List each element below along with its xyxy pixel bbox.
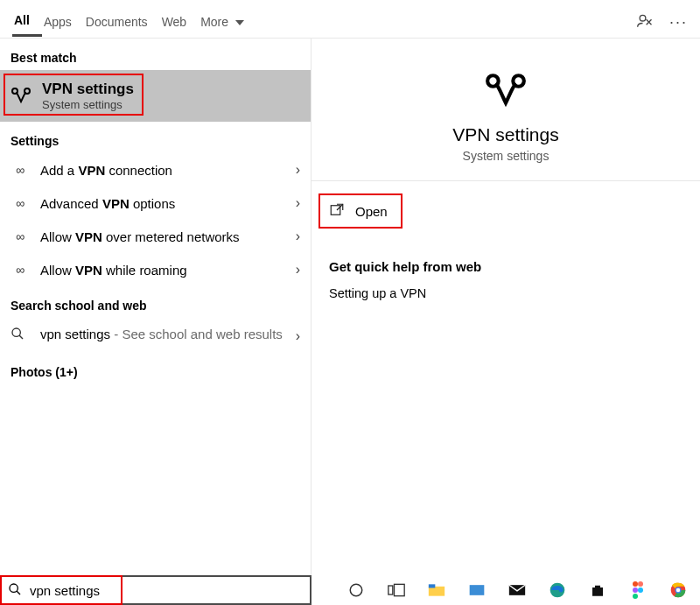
figma-icon[interactable] — [628, 580, 648, 600]
svg-rect-13 — [470, 585, 485, 595]
svg-point-17 — [638, 581, 643, 587]
taskbar-search-box[interactable] — [0, 575, 312, 605]
svg-point-16 — [633, 581, 638, 587]
tab-web[interactable]: Web — [160, 10, 200, 36]
app-icon[interactable] — [467, 580, 486, 600]
setting-advanced-vpn[interactable]: ∞ Advanced VPN options › — [0, 186, 311, 220]
svg-point-8 — [350, 584, 362, 596]
vpn-icon: ∞ — [10, 229, 30, 243]
svg-point-3 — [12, 328, 20, 336]
edge-icon[interactable] — [548, 580, 567, 600]
section-search-web: Search school and web — [0, 286, 311, 318]
open-button[interactable]: Open — [312, 188, 700, 235]
chevron-right-icon: › — [296, 262, 300, 278]
setting-add-vpn[interactable]: ∞ Add a VPN connection › — [0, 153, 311, 186]
chevron-right-icon: › — [296, 229, 300, 244]
feedback-icon[interactable] — [636, 12, 654, 32]
section-photos: Photos (1+) — [0, 353, 311, 384]
setting-label: Allow VPN over metered networks — [40, 229, 296, 244]
vpn-icon — [10, 86, 32, 107]
help-link-setup-vpn[interactable]: Setting up a VPN — [312, 283, 700, 304]
svg-point-23 — [676, 588, 681, 593]
svg-point-0 — [640, 15, 646, 21]
search-web-item[interactable]: vpn settings - See school and web result… — [0, 318, 311, 353]
chevron-down-icon — [235, 20, 244, 25]
svg-rect-10 — [395, 584, 405, 595]
chevron-right-icon: › — [296, 327, 300, 344]
open-icon — [329, 202, 345, 221]
svg-rect-6 — [331, 206, 340, 215]
chevron-right-icon: › — [296, 162, 300, 178]
chevron-right-icon: › — [296, 195, 300, 211]
svg-point-7 — [10, 584, 18, 592]
tab-apps[interactable]: Apps — [42, 10, 84, 36]
tab-all[interactable]: All — [12, 8, 42, 37]
detail-title: VPN settings — [452, 124, 558, 145]
tab-documents[interactable]: Documents — [84, 10, 160, 36]
setting-label: Advanced VPN options — [40, 196, 296, 211]
best-match-title: VPN settings — [42, 81, 134, 98]
setting-label: Allow VPN while roaming — [40, 263, 296, 278]
open-label: Open — [355, 204, 388, 219]
store-icon[interactable] — [588, 580, 607, 600]
svg-rect-12 — [429, 584, 436, 587]
vpn-icon: ∞ — [10, 263, 30, 277]
section-settings: Settings — [0, 122, 311, 153]
best-match-subtitle: System settings — [42, 98, 134, 111]
search-web-label: vpn settings - See school and web result… — [40, 327, 296, 341]
tab-more[interactable]: More — [199, 10, 256, 36]
vpn-icon: ∞ — [10, 196, 30, 210]
cortana-icon[interactable] — [346, 580, 366, 600]
svg-point-20 — [633, 594, 638, 599]
search-icon — [10, 327, 30, 343]
search-icon — [2, 582, 28, 599]
detail-subtitle: System settings — [463, 149, 550, 163]
setting-vpn-metered[interactable]: ∞ Allow VPN over metered networks › — [0, 220, 311, 253]
vpn-icon — [484, 70, 528, 114]
vpn-icon: ∞ — [10, 163, 30, 177]
more-options-icon[interactable]: ··· — [669, 13, 688, 32]
setting-vpn-roaming[interactable]: ∞ Allow VPN while roaming › — [0, 253, 311, 286]
svg-point-19 — [638, 587, 643, 593]
best-match-item[interactable]: VPN settings System settings — [0, 70, 311, 122]
chrome-icon[interactable] — [668, 580, 688, 600]
section-best-match: Best match — [0, 39, 311, 70]
search-input[interactable] — [28, 577, 310, 603]
svg-point-18 — [633, 587, 638, 593]
mail-icon[interactable] — [508, 580, 527, 600]
tab-more-label: More — [200, 15, 228, 29]
svg-rect-9 — [388, 586, 393, 594]
quick-help-header: Get quick help from web — [312, 242, 700, 283]
taskview-icon[interactable] — [387, 580, 406, 600]
explorer-icon[interactable] — [427, 580, 446, 600]
setting-label: Add a VPN connection — [40, 163, 296, 178]
